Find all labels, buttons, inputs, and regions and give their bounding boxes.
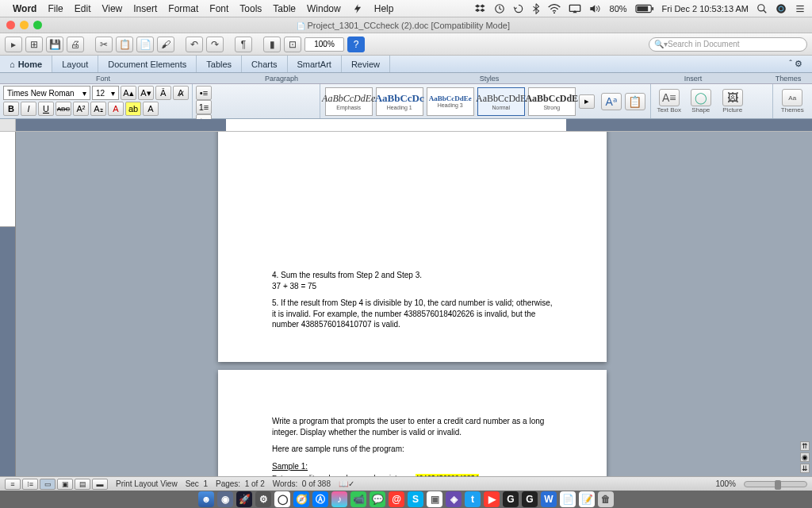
font-color-button[interactable]: A [108,102,124,116]
grow-font-button[interactable]: A▴ [121,86,136,100]
dock-notes[interactable]: 📄 [560,491,576,507]
scroll-down-double[interactable]: ⇊ [800,464,810,473]
undo-button[interactable]: ↶ [186,37,203,52]
dock-launchpad[interactable]: 🚀 [236,491,252,507]
zoom-slider-thumb[interactable] [775,480,781,490]
new-doc-button[interactable]: ▸ [5,37,22,52]
cut-button[interactable]: ✂ [95,37,113,52]
numbering-button[interactable]: 1≡ [196,100,212,114]
view-publishing[interactable]: ▣ [57,479,73,490]
text-effects-button[interactable]: A [143,102,159,116]
view-draft[interactable]: ≡ [5,479,21,490]
search-in-document[interactable]: 🔍▾ Search in Document [649,37,807,52]
dock-skype[interactable]: S [408,491,423,507]
script-menu-icon[interactable] [352,3,363,14]
scroll-up-double[interactable]: ⇈ [800,441,810,451]
object-browse[interactable]: ◉ [800,452,810,462]
strikethrough-button[interactable]: ABC [56,102,71,116]
app-menu[interactable]: Word [13,3,36,14]
save-button[interactable]: 💾 [46,37,63,52]
tab-charts[interactable]: Charts [242,56,287,72]
dock-twitter[interactable]: t [465,491,481,507]
timemachine-icon[interactable] [513,3,524,14]
shrink-font-button[interactable]: A▾ [138,86,154,100]
change-case-button[interactable]: Ǎ [155,86,171,100]
pages-area[interactable]: 4. Sum the results from Step 2 and Step … [16,132,812,476]
wifi-icon[interactable] [548,4,561,13]
clear-format-button[interactable]: A̷ [173,86,189,100]
menu-tools[interactable]: Tools [239,3,262,14]
spell-check-icon[interactable]: 📖✓ [339,479,354,488]
tab-document-elements[interactable]: Document Elements [98,56,197,72]
font-name-combo[interactable]: Times New Roman▾ [3,86,90,100]
zoom-value[interactable]: 100% [715,479,736,488]
view-print-layout[interactable]: ▭ [40,479,56,490]
superscript-button[interactable]: A² [73,102,89,116]
dock-goodreader-g1[interactable]: G [503,491,519,507]
volume-icon[interactable] [589,4,602,13]
dock-goodreader-g2[interactable]: G [522,491,538,507]
menu-view[interactable]: View [102,3,122,14]
font-size-combo[interactable]: 12▾ [92,86,119,100]
style-emphasis[interactable]: AaBbCcDdEeEmphasis [325,87,373,116]
dock-chrome[interactable]: ◯ [274,491,290,507]
menu-format[interactable]: Format [168,3,198,14]
view-outline[interactable]: ⁝≡ [22,479,38,490]
dock-safari[interactable]: 🧭 [293,491,309,507]
tab-layout[interactable]: Layout [52,56,98,72]
spotlight-icon[interactable] [756,3,768,14]
sidebar-button[interactable]: ▮ [263,37,281,52]
ribbon-collapse-button[interactable]: ˆ ⚙ [779,56,812,72]
menu-table[interactable]: Table [273,3,296,14]
notification-center-icon[interactable] [795,3,806,14]
styles-pane-button[interactable]: Aᵃ [601,93,622,110]
pilcrow-button[interactable]: ¶ [235,37,252,52]
menu-help[interactable]: Help [374,3,394,14]
menu-window[interactable]: Window [307,3,341,14]
styles-more-button[interactable]: ▸ [579,94,595,109]
dock-email[interactable]: @ [389,491,404,507]
style-strong[interactable]: AaBbCcDdEStrong [528,87,576,116]
battery-icon[interactable] [635,4,654,13]
themes-group[interactable]: Aa Themes [772,84,812,118]
textbox-button[interactable]: A≡Text Box [656,89,683,114]
bluetooth-icon[interactable] [532,3,540,14]
underline-button[interactable]: U [38,102,54,116]
dock-photoshop[interactable]: ◈ [446,491,462,507]
menu-font[interactable]: Font [209,3,228,14]
print-button[interactable]: 🖨 [67,37,84,52]
dropbox-icon[interactable] [475,3,486,14]
manage-styles-button[interactable]: 📋 [625,93,645,110]
view-notebook[interactable]: ▤ [75,479,90,490]
bold-button[interactable]: B [3,102,19,116]
tab-home[interactable]: ⌂Home [0,56,52,72]
dock-settings[interactable]: ⚙ [255,491,271,507]
bullets-button[interactable]: •≡ [196,86,212,100]
view-focus[interactable]: ▬ [92,479,108,490]
subscript-button[interactable]: A₂ [90,102,106,116]
dock-finder[interactable]: ☻ [198,491,214,507]
copy-button[interactable]: 📋 [116,37,133,52]
dock-itunes[interactable]: ♪ [331,491,347,507]
window-close-button[interactable] [6,21,15,29]
tab-smartart[interactable]: SmartArt [288,56,342,72]
dock-trash[interactable]: 🗑 [598,491,614,507]
style-heading1[interactable]: AaBbCcDcHeading 1 [376,87,423,116]
highlight-button[interactable]: ab [125,102,141,116]
dock-textedit[interactable]: 📝 [579,491,595,507]
dock-facetime[interactable]: 📹 [350,491,366,507]
format-painter-button[interactable]: 🖌 [157,37,174,52]
tab-review[interactable]: Review [342,56,390,72]
horizontal-ruler[interactable] [0,119,812,132]
zoom-slider[interactable] [744,481,807,487]
window-minimize-button[interactable] [20,21,29,29]
dock-dashboard[interactable]: ◉ [217,491,233,507]
style-heading3[interactable]: AaBbCcDdEeHeading 3 [427,87,474,116]
dock-preview[interactable]: ▣ [427,491,442,507]
picture-button[interactable]: 🖼Picture [719,89,746,114]
redo-button[interactable]: ↷ [206,37,224,52]
tab-tables[interactable]: Tables [197,56,242,72]
menu-insert[interactable]: Insert [133,3,157,14]
menu-edit[interactable]: Edit [75,3,91,14]
paste-button[interactable]: 📄 [136,37,154,52]
